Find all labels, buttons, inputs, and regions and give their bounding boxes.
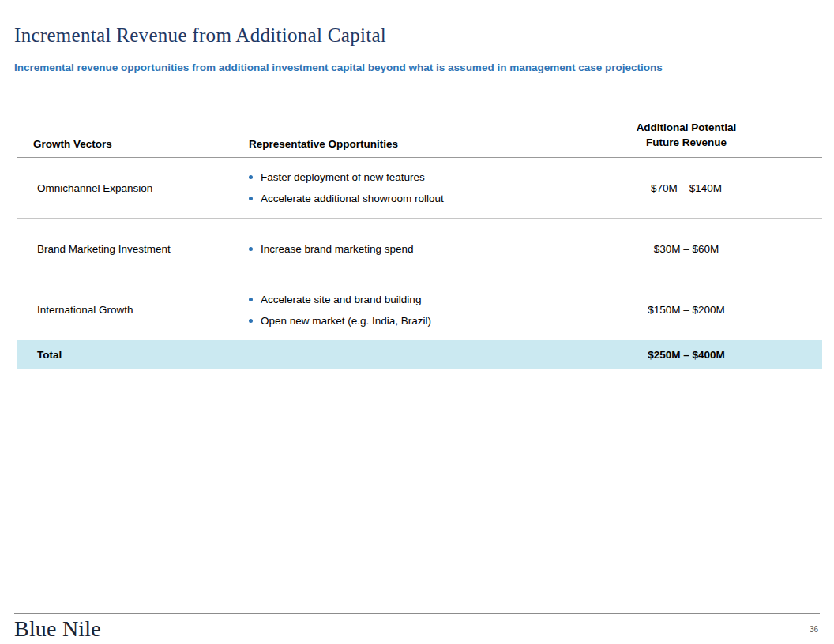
header-additional-potential-future-revenue: Additional Potential Future Revenue [588, 120, 822, 150]
total-label: Total [17, 349, 231, 361]
bullet-icon [249, 247, 253, 251]
list-item: Increase brand marketing spend [249, 238, 588, 260]
header-additional-potential-line2: Future Revenue [588, 135, 784, 150]
bullet-icon [249, 319, 253, 323]
opportunity-text: Faster deployment of new features [261, 167, 425, 188]
page-title: Incremental Revenue from Additional Capi… [14, 24, 820, 47]
slide-subtitle: Incremental revenue opportunities from a… [14, 61, 820, 74]
opportunities-list: Faster deployment of new features Accele… [249, 167, 588, 209]
growth-vector-label: Brand Marketing Investment [17, 243, 231, 255]
revenue-value: $70M – $140M [588, 182, 822, 194]
page-number: 36 [810, 625, 820, 634]
list-item: Faster deployment of new features [249, 167, 588, 188]
bullet-icon [249, 175, 253, 179]
revenue-value: $150M – $200M [588, 304, 822, 316]
list-item: Accelerate additional showroom rollout [249, 188, 588, 209]
blue-nile-logo: Blue Nile [14, 617, 101, 641]
header-growth-vectors: Growth Vectors [17, 138, 231, 150]
opportunity-text: Accelerate site and brand building [261, 289, 421, 310]
slide-header: Incremental Revenue from Additional Capi… [0, 0, 834, 74]
growth-vectors-table: Growth Vectors Representative Opportunit… [17, 120, 822, 369]
table-row: Omnichannel Expansion Faster deployment … [17, 158, 822, 219]
opportunities-cell: Increase brand marketing spend [231, 238, 588, 260]
list-item: Open new market (e.g. India, Brazil) [249, 310, 588, 331]
total-revenue-value: $250M – $400M [588, 349, 822, 361]
revenue-value: $30M – $60M [588, 243, 822, 255]
slide: Incremental Revenue from Additional Capi… [0, 0, 834, 644]
list-item: Accelerate site and brand building [249, 289, 588, 310]
opportunities-list: Increase brand marketing spend [249, 238, 588, 260]
table-row: International Growth Accelerate site and… [17, 279, 822, 340]
slide-footer: Blue Nile 36 [14, 613, 820, 644]
opportunity-text: Open new market (e.g. India, Brazil) [261, 310, 431, 331]
bullet-icon [249, 298, 253, 301]
table-row: Brand Marketing Investment Increase bran… [17, 219, 822, 279]
opportunities-cell: Faster deployment of new features Accele… [231, 167, 588, 209]
opportunities-cell: Accelerate site and brand building Open … [231, 289, 588, 331]
table-header-row: Growth Vectors Representative Opportunit… [17, 120, 822, 158]
opportunity-text: Accelerate additional showroom rollout [261, 188, 444, 209]
growth-vector-label: Omnichannel Expansion [17, 182, 231, 194]
opportunity-text: Increase brand marketing spend [261, 238, 414, 260]
total-row: Total $250M – $400M [17, 340, 822, 369]
title-divider [14, 51, 820, 51]
opportunities-list: Accelerate site and brand building Open … [249, 289, 588, 331]
header-additional-potential-line1: Additional Potential [588, 120, 784, 135]
bullet-icon [249, 197, 253, 200]
header-representative-opportunities: Representative Opportunities [231, 138, 588, 150]
growth-vector-label: International Growth [17, 304, 231, 316]
